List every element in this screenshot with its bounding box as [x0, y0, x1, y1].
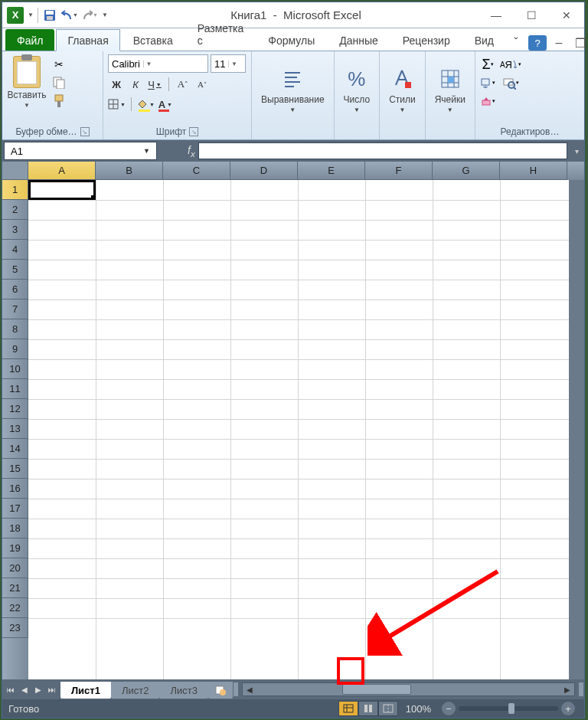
row-header[interactable]: 1: [2, 180, 28, 200]
row-header[interactable]: 11: [2, 379, 28, 399]
row-header[interactable]: 9: [2, 339, 28, 359]
qat-dropdown-icon[interactable]: ▼: [27, 8, 34, 23]
active-cell[interactable]: [28, 180, 96, 200]
format-painter-icon[interactable]: [51, 94, 67, 108]
column-header-d[interactable]: D: [230, 162, 298, 180]
hscroll-thumb[interactable]: [342, 684, 411, 695]
horizontal-scrollbar[interactable]: ◀ ▶: [242, 682, 575, 696]
fx-icon[interactable]: fx: [185, 144, 198, 159]
new-sheet-icon[interactable]: [208, 682, 233, 699]
font-color-icon[interactable]: A▼: [157, 96, 174, 113]
italic-button[interactable]: К: [127, 76, 144, 93]
clear-icon[interactable]: ▾: [480, 94, 495, 108]
row-header[interactable]: 5: [2, 260, 28, 280]
tab-view[interactable]: Вид: [463, 29, 505, 51]
bold-button[interactable]: Ж: [108, 76, 125, 93]
minimize-ribbon-icon[interactable]: ˇ: [507, 35, 525, 51]
row-header[interactable]: 4: [2, 240, 28, 260]
first-sheet-icon[interactable]: ⏮: [4, 682, 18, 697]
tab-split-handle[interactable]: [233, 682, 239, 697]
row-header[interactable]: 18: [2, 519, 28, 538]
column-header-g[interactable]: G: [433, 162, 500, 180]
column-header-e[interactable]: E: [298, 162, 365, 180]
formula-bar-input[interactable]: [198, 142, 567, 159]
page-break-view-icon[interactable]: [378, 701, 398, 716]
column-header-a[interactable]: A: [28, 162, 96, 180]
close-button[interactable]: ✕: [549, 3, 584, 28]
column-header-b[interactable]: B: [96, 162, 163, 180]
styles-button[interactable]: Стили ▼: [384, 54, 420, 124]
doc-restore-icon[interactable]: ❐: [571, 35, 588, 51]
sheet-tab-3[interactable]: Лист3: [159, 682, 207, 699]
sheet-tab-1[interactable]: Лист1: [60, 682, 111, 699]
row-header[interactable]: 13: [2, 419, 28, 439]
copy-icon[interactable]: [51, 76, 67, 90]
row-header[interactable]: 23: [2, 618, 28, 638]
tab-review[interactable]: Рецензир: [391, 29, 462, 51]
font-name-combo[interactable]: Calibri▼: [108, 54, 208, 73]
name-box[interactable]: A1▼: [4, 142, 157, 160]
cut-icon[interactable]: ✂: [51, 57, 67, 71]
fill-color-icon[interactable]: ▼: [137, 96, 155, 113]
tab-file[interactable]: Файл: [5, 29, 54, 51]
underline-button[interactable]: Ч▼: [146, 76, 163, 93]
decrease-font-icon[interactable]: A˅: [194, 76, 211, 93]
alignment-button[interactable]: Выравнивание ▼: [256, 54, 329, 124]
minimize-button[interactable]: —: [479, 3, 514, 28]
clipboard-dialog-launcher-icon[interactable]: ↘: [80, 127, 90, 136]
row-header[interactable]: 10: [2, 359, 28, 379]
excel-app-icon[interactable]: [7, 7, 24, 24]
row-header[interactable]: 6: [2, 280, 28, 299]
column-header-f[interactable]: F: [365, 162, 433, 180]
row-header[interactable]: 7: [2, 299, 28, 319]
select-all-button[interactable]: [2, 162, 28, 180]
next-sheet-icon[interactable]: ▶: [31, 682, 45, 697]
fill-handle[interactable]: [91, 195, 96, 200]
row-header[interactable]: 16: [2, 479, 28, 499]
redo-icon[interactable]: ▼: [81, 7, 98, 24]
sort-filter-icon[interactable]: АЯ▾: [498, 57, 523, 71]
hsplit-handle[interactable]: [578, 682, 584, 697]
row-header[interactable]: 21: [2, 578, 28, 598]
tab-insert[interactable]: Вставка: [122, 29, 185, 51]
fill-icon[interactable]: ▾: [480, 76, 495, 90]
tab-formulas[interactable]: Формулы: [256, 29, 326, 51]
prev-sheet-icon[interactable]: ◀: [18, 682, 31, 697]
borders-icon[interactable]: ▼: [108, 96, 126, 113]
tab-home[interactable]: Главная: [56, 29, 119, 51]
number-button[interactable]: % Число ▼: [339, 54, 375, 124]
cells-button[interactable]: Ячейки ▼: [430, 54, 470, 124]
row-header[interactable]: 2: [2, 200, 28, 220]
row-header[interactable]: 19: [2, 538, 28, 558]
row-header[interactable]: 17: [2, 499, 28, 519]
help-icon[interactable]: ?: [528, 35, 547, 51]
increase-font-icon[interactable]: A˄: [175, 76, 191, 93]
last-sheet-icon[interactable]: ⏭: [45, 682, 59, 697]
undo-icon[interactable]: ▼: [61, 7, 78, 24]
tab-data[interactable]: Данные: [328, 29, 390, 51]
doc-minimize-icon[interactable]: –: [550, 35, 568, 51]
sheet-tab-2[interactable]: Лист2: [111, 682, 159, 699]
row-header[interactable]: 3: [2, 220, 28, 240]
zoom-out-icon[interactable]: −: [442, 702, 456, 715]
row-header[interactable]: 22: [2, 598, 28, 618]
find-select-icon[interactable]: ▾: [498, 76, 523, 90]
font-size-combo[interactable]: 11▼: [211, 54, 246, 73]
column-header-h[interactable]: H: [500, 162, 567, 180]
zoom-slider[interactable]: [459, 706, 558, 711]
autosum-icon[interactable]: Σ▾: [480, 57, 495, 71]
normal-view-icon[interactable]: [338, 701, 358, 716]
row-header[interactable]: 15: [2, 459, 28, 479]
tab-page-layout[interactable]: Разметка с: [186, 17, 256, 51]
vertical-scrollbar[interactable]: [569, 180, 584, 679]
row-header[interactable]: 12: [2, 399, 28, 419]
expand-formula-bar-icon[interactable]: ▾: [569, 142, 584, 159]
column-header-c[interactable]: C: [163, 162, 230, 180]
row-header[interactable]: 8: [2, 319, 28, 339]
font-dialog-launcher-icon[interactable]: ↘: [189, 127, 198, 136]
paste-button[interactable]: Вставить ▼: [7, 54, 47, 124]
save-icon[interactable]: [41, 7, 58, 24]
qat-customize-icon[interactable]: ▼: [101, 8, 109, 23]
maximize-button[interactable]: ☐: [514, 3, 549, 28]
zoom-percentage[interactable]: 100%: [398, 703, 439, 715]
